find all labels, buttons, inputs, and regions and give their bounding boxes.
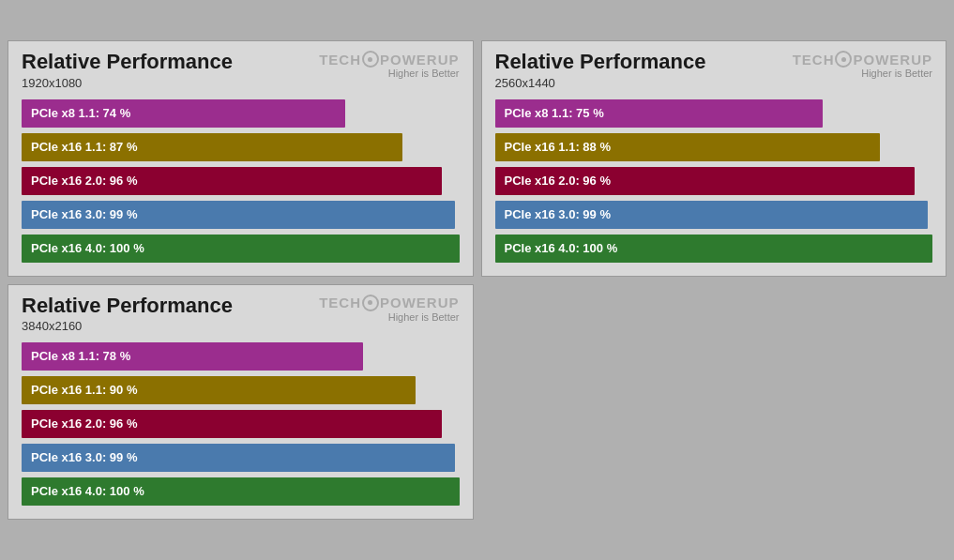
bar-row: PCIe x16 3.0: 99 % xyxy=(22,444,460,472)
brand-tech-text: TECH xyxy=(793,52,835,68)
higher-is-better-label: Higher is Better xyxy=(319,68,459,79)
techpowerup-logo: TECHPOWERUP xyxy=(319,295,459,311)
brand-powerup-text: POWERUP xyxy=(853,52,932,68)
bar-purple: PCIe x8 1.1: 75 % xyxy=(495,99,824,128)
brand-power-icon xyxy=(835,51,852,68)
bar-purple: PCIe x8 1.1: 78 % xyxy=(22,342,363,371)
bar-row: PCIe x8 1.1: 74 % xyxy=(22,99,460,128)
panel-2560x1440: Relative Performance2560x1440TECHPOWERUP… xyxy=(481,40,947,276)
bar-row: PCIe x16 2.0: 96 % xyxy=(22,410,460,438)
panel-header: Relative Performance2560x1440TECHPOWERUP… xyxy=(495,51,933,89)
brand-block: TECHPOWERUPHigher is Better xyxy=(319,51,459,79)
main-grid: Relative Performance1920x1080TECHPOWERUP… xyxy=(8,40,946,519)
panel-resolution: 2560x1440 xyxy=(495,76,706,90)
bar-row: PCIe x16 4.0: 100 % xyxy=(22,477,460,506)
bars-container: PCIe x8 1.1: 78 %PCIe x16 1.1: 90 %PCIe … xyxy=(22,342,460,506)
bar-blue: PCIe x16 3.0: 99 % xyxy=(495,201,929,229)
bar-blue: PCIe x16 3.0: 99 % xyxy=(22,444,455,472)
bar-green: PCIe x16 4.0: 100 % xyxy=(495,235,933,263)
bar-green: PCIe x16 4.0: 100 % xyxy=(22,477,460,506)
bars-container: PCIe x8 1.1: 74 %PCIe x16 1.1: 87 %PCIe … xyxy=(22,99,460,263)
higher-is-better-label: Higher is Better xyxy=(793,68,932,79)
bar-blue: PCIe x16 3.0: 99 % xyxy=(22,201,455,229)
brand-power-icon xyxy=(362,51,379,68)
techpowerup-logo: TECHPOWERUP xyxy=(793,51,932,68)
bar-row: PCIe x16 3.0: 99 % xyxy=(495,201,933,229)
brand-tech-text: TECH xyxy=(319,52,361,68)
bar-gold: PCIe x16 1.1: 87 % xyxy=(22,133,402,161)
bar-row: PCIe x8 1.1: 75 % xyxy=(495,99,933,128)
panel-header: Relative Performance1920x1080TECHPOWERUP… xyxy=(22,51,460,89)
bar-red: PCIe x16 2.0: 96 % xyxy=(22,167,442,195)
bar-gold: PCIe x16 1.1: 90 % xyxy=(22,376,416,404)
panel-title: Relative Performance xyxy=(22,295,233,317)
panel-title: Relative Performance xyxy=(22,51,233,73)
bar-row: PCIe x16 3.0: 99 % xyxy=(22,201,460,229)
bar-row: PCIe x16 2.0: 96 % xyxy=(22,167,460,195)
bar-red: PCIe x16 2.0: 96 % xyxy=(22,410,442,438)
brand-power-icon-inner xyxy=(368,300,372,305)
brand-block: TECHPOWERUPHigher is Better xyxy=(793,51,932,79)
bar-row: PCIe x16 1.1: 88 % xyxy=(495,133,933,161)
panel-3840x2160: Relative Performance3840x2160TECHPOWERUP… xyxy=(8,284,474,520)
brand-power-icon-inner xyxy=(841,57,846,62)
bar-row: PCIe x8 1.1: 78 % xyxy=(22,342,460,371)
bar-purple: PCIe x8 1.1: 74 % xyxy=(22,99,345,128)
brand-tech-text: TECH xyxy=(319,295,361,310)
brand-powerup-text: POWERUP xyxy=(380,52,460,68)
bar-gold: PCIe x16 1.1: 88 % xyxy=(495,133,881,161)
bar-red: PCIe x16 2.0: 96 % xyxy=(495,167,916,195)
title-block: Relative Performance1920x1080 xyxy=(22,51,233,89)
brand-power-icon-inner xyxy=(368,57,372,62)
title-block: Relative Performance2560x1440 xyxy=(495,51,706,89)
panel-title: Relative Performance xyxy=(495,51,706,73)
bar-green: PCIe x16 4.0: 100 % xyxy=(22,235,460,263)
panel-resolution: 1920x1080 xyxy=(22,76,233,90)
panel-1920x1080: Relative Performance1920x1080TECHPOWERUP… xyxy=(8,40,474,276)
higher-is-better-label: Higher is Better xyxy=(319,311,459,323)
brand-block: TECHPOWERUPHigher is Better xyxy=(319,295,459,323)
bar-row: PCIe x16 2.0: 96 % xyxy=(495,167,933,195)
panel-header: Relative Performance3840x2160TECHPOWERUP… xyxy=(22,295,460,333)
title-block: Relative Performance3840x2160 xyxy=(22,295,233,333)
brand-power-icon xyxy=(362,295,379,311)
bar-row: PCIe x16 1.1: 87 % xyxy=(22,133,460,161)
bar-row: PCIe x16 4.0: 100 % xyxy=(22,235,460,263)
bar-row: PCIe x16 4.0: 100 % xyxy=(495,235,933,263)
brand-powerup-text: POWERUP xyxy=(380,295,460,310)
bar-row: PCIe x16 1.1: 90 % xyxy=(22,376,460,404)
techpowerup-logo: TECHPOWERUP xyxy=(319,51,459,68)
bars-container: PCIe x8 1.1: 75 %PCIe x16 1.1: 88 %PCIe … xyxy=(495,99,933,263)
panel-resolution: 3840x2160 xyxy=(22,319,233,333)
